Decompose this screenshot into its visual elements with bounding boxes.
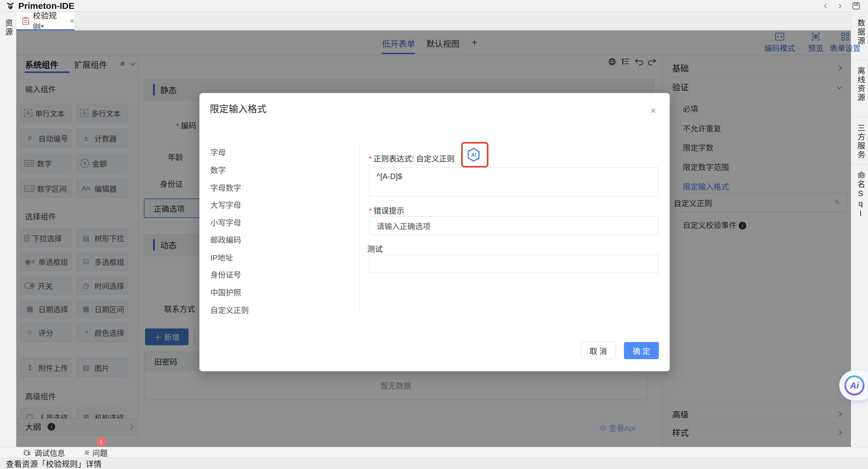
left-strip-resources-tab[interactable]: 资源: [3, 19, 14, 37]
bottom-toolbar: 调试信息 ≡ 问题: [0, 447, 868, 458]
status-text: 查看资源「校验规则」详情: [6, 458, 102, 469]
divider: [851, 60, 868, 60]
forward-icon[interactable]: ›: [838, 0, 842, 10]
divider: [851, 164, 868, 164]
required-asterisk: *: [369, 207, 372, 215]
format-option-passport[interactable]: 中国护照: [210, 286, 241, 298]
debug-info-button[interactable]: 调试信息: [23, 447, 65, 458]
format-option-lowercase[interactable]: 小写字母: [210, 217, 241, 228]
right-strip-namedsql-tab[interactable]: 命名Sql: [855, 171, 866, 219]
format-option-id-number[interactable]: 身份证号: [210, 269, 241, 280]
regex-label: *正则表达式: 自定义正则: [369, 153, 455, 164]
bug-icon: [23, 449, 31, 456]
format-option-custom-regex[interactable]: 自定义正则: [210, 304, 249, 315]
back-icon[interactable]: ‹: [824, 0, 827, 10]
problems-count-badge: 1: [97, 437, 106, 446]
file-tab-bar: 校验规则* ×: [16, 12, 851, 30]
modal-title: 限定输入格式: [210, 101, 267, 115]
divider: [851, 117, 868, 117]
test-label: 测试: [367, 243, 382, 254]
svg-text:AI: AI: [471, 152, 476, 157]
file-tab-validation-rules[interactable]: 校验规则* ×: [16, 12, 74, 30]
right-strip-thirdparty-tab[interactable]: 三方服务: [855, 124, 866, 159]
ai-assistant-fab[interactable]: Ai: [839, 370, 868, 401]
close-tab-icon[interactable]: ×: [70, 16, 74, 26]
format-option-postcode[interactable]: 邮政编码: [210, 234, 241, 245]
left-strip: 资源: [0, 12, 16, 458]
file-doc-icon: [22, 17, 29, 25]
app-logo-icon: [6, 1, 15, 10]
close-icon[interactable]: ×: [650, 105, 656, 116]
format-option-alphanumeric[interactable]: 字母数字: [210, 182, 241, 193]
app-title: Primeton-IDE: [18, 1, 74, 11]
regex-textarea[interactable]: ^[A-D]$: [369, 167, 658, 196]
divider: [359, 145, 360, 314]
error-hint-label: *错误提示: [369, 205, 404, 216]
ok-button[interactable]: 确 定: [624, 342, 659, 359]
cancel-button[interactable]: 取 消: [581, 342, 615, 359]
ai-fab-ring: Ai: [844, 375, 864, 396]
format-option-digits[interactable]: 数字: [210, 164, 226, 175]
list-icon: ≡: [85, 448, 89, 457]
right-strip-offline-tab[interactable]: 离线资源: [855, 67, 866, 102]
ai-regex-icon[interactable]: AI: [466, 147, 481, 162]
input-format-modal: 限定输入格式 × 字母 数字 字母数字 大写字母 小写字母 邮政编码 IP地址 …: [199, 93, 670, 371]
format-option-letters[interactable]: 字母: [210, 147, 226, 157]
test-input[interactable]: [369, 255, 658, 273]
error-hint-input[interactable]: [369, 217, 658, 235]
save-icon[interactable]: [852, 2, 860, 10]
problems-button[interactable]: ≡ 问题: [85, 447, 107, 458]
format-option-uppercase[interactable]: 大写字母: [210, 199, 241, 210]
format-option-ip[interactable]: IP地址: [210, 252, 233, 262]
ai-fab-label: Ai: [846, 377, 863, 394]
window-title-bar: Primeton-IDE ‹ ›: [0, 0, 868, 12]
required-asterisk: *: [369, 154, 372, 163]
status-bar: 查看资源「校验规则」详情: [0, 458, 868, 469]
